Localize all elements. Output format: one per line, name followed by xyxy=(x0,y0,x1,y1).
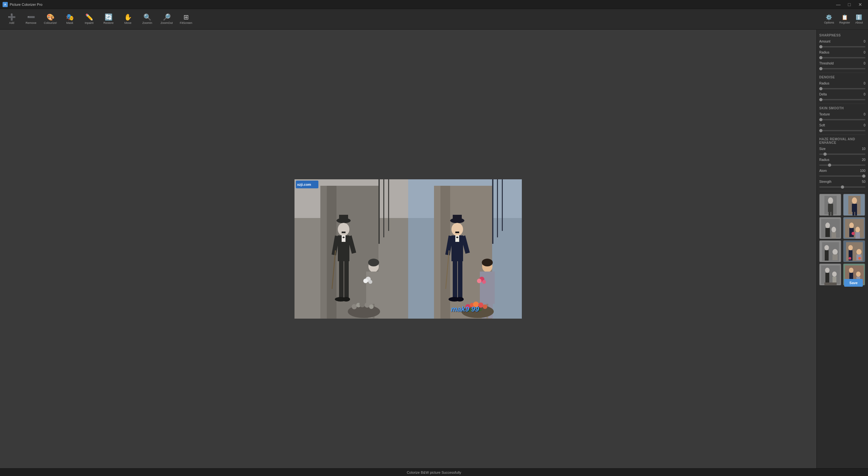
color-photo-svg xyxy=(408,179,522,318)
about-icon: ℹ️ xyxy=(856,14,862,20)
sharpness-radius-value: 0 xyxy=(864,50,865,54)
add-label: Add xyxy=(9,21,14,25)
soft-slider[interactable] xyxy=(819,130,865,131)
svg-point-96 xyxy=(856,227,860,233)
strength-value: 50 xyxy=(862,180,865,183)
svg-rect-4 xyxy=(378,179,380,244)
amount-slider[interactable] xyxy=(819,46,865,47)
svg-rect-104 xyxy=(833,254,838,260)
denoise-radius-slider[interactable] xyxy=(819,88,865,89)
svg-rect-114 xyxy=(821,265,840,284)
fitscreen-tool[interactable]: ⊞ FitScreen xyxy=(177,10,195,28)
colorize-icon: 🎨 xyxy=(46,14,55,20)
svg-point-9 xyxy=(338,223,349,236)
add-tool[interactable]: ➕ Add xyxy=(3,10,21,28)
mask-tool[interactable]: 🎭 Mask xyxy=(61,10,79,28)
svg-point-109 xyxy=(857,249,862,255)
register-icon: 📋 xyxy=(841,14,848,20)
threshold-value: 0 xyxy=(864,62,865,65)
threshold-slider[interactable] xyxy=(819,68,865,69)
svg-point-122 xyxy=(849,268,854,273)
atom-label: Atom xyxy=(819,169,827,173)
add-icon: ➕ xyxy=(8,14,16,20)
about-button[interactable]: ℹ️ About xyxy=(855,14,863,24)
sharpness-header: SHARPNESS xyxy=(819,34,865,37)
size-slider[interactable] xyxy=(819,154,865,155)
sharpness-radius-slider-row: Radius 0 xyxy=(819,50,865,59)
svg-rect-84 xyxy=(852,212,855,216)
svg-point-26 xyxy=(363,279,368,283)
svg-rect-18 xyxy=(344,260,349,299)
svg-rect-10 xyxy=(342,232,345,233)
thumbnail-0[interactable] xyxy=(819,194,841,216)
delta-slider-row: Delta 0 xyxy=(819,93,865,101)
svg-rect-6 xyxy=(388,179,389,231)
denoise-radius-value: 0 xyxy=(864,81,865,85)
threshold-slider-row: Threshold 0 xyxy=(819,62,865,70)
move-label: Move xyxy=(124,21,131,25)
svg-rect-78 xyxy=(829,212,831,216)
texture-label: Texture xyxy=(819,112,830,116)
inpaint-icon: ✏️ xyxy=(85,14,93,20)
fitscreen-label: FitScreen xyxy=(180,21,192,25)
svg-rect-87 xyxy=(821,219,840,238)
options-label: Options xyxy=(824,21,834,24)
soft-slider-row: Soft 0 xyxy=(819,124,865,132)
svg-point-62 xyxy=(482,280,486,284)
delta-label: Delta xyxy=(819,93,827,96)
amount-slider-row: Amount 0 xyxy=(819,40,865,48)
svg-rect-85 xyxy=(855,212,857,216)
inpaint-label: Inpaint xyxy=(85,21,93,25)
haze-header: HAZE REMOVAL AND ENHANCE xyxy=(819,137,865,144)
svg-rect-41 xyxy=(492,179,493,244)
svg-point-90 xyxy=(832,227,836,233)
mask-icon: 🎭 xyxy=(66,14,74,20)
thumbnail-5[interactable] xyxy=(843,240,865,262)
thumbnail-4[interactable] xyxy=(819,240,841,262)
delta-slider[interactable] xyxy=(819,99,865,100)
close-button[interactable]: ✕ xyxy=(855,0,865,9)
sharpness-radius-slider[interactable] xyxy=(819,57,865,58)
move-icon: ✋ xyxy=(124,14,132,20)
move-tool[interactable]: ✋ Move xyxy=(119,10,137,28)
svg-point-76 xyxy=(828,197,833,204)
texture-slider-row: Texture 0 xyxy=(819,112,865,121)
thumbnail-3[interactable] xyxy=(843,217,865,239)
svg-rect-43 xyxy=(502,179,503,231)
atom-slider[interactable] xyxy=(819,175,865,177)
window-controls: — □ ✕ xyxy=(833,0,865,9)
svg-rect-23 xyxy=(366,272,381,304)
save-button[interactable]: Save xyxy=(844,279,863,287)
register-button[interactable]: 📋 Register xyxy=(839,14,850,24)
color-image-panel: mak9 99 xyxy=(408,179,522,318)
haze-radius-slider[interactable] xyxy=(819,165,865,166)
colorize-tool[interactable]: 🎨 Colourize! xyxy=(41,10,59,28)
svg-rect-47 xyxy=(455,232,459,233)
maximize-button[interactable]: □ xyxy=(844,0,855,9)
thumbnail-6[interactable] xyxy=(819,264,841,285)
bw-image-panel: xzji.com mak9 99 xyxy=(294,179,408,318)
svg-text:xzji.com: xzji.com xyxy=(297,182,311,186)
svg-point-107 xyxy=(848,245,853,250)
zoomout-tool[interactable]: 🔎 ZoomOut xyxy=(158,10,176,28)
texture-slider[interactable] xyxy=(819,119,865,120)
thumbnail-1[interactable] xyxy=(843,194,865,216)
remove-tool[interactable]: ➖ Remove xyxy=(22,10,40,28)
svg-point-103 xyxy=(833,249,838,255)
minimize-button[interactable]: — xyxy=(833,0,843,9)
atom-slider-row: Atom 100 xyxy=(819,169,865,177)
inpaint-tool[interactable]: ✏️ Inpaint xyxy=(80,10,98,28)
svg-point-32 xyxy=(360,302,365,307)
canvas-area: xzji.com mak9 99 xyxy=(0,30,816,468)
svg-point-98 xyxy=(851,232,855,235)
restore-tool[interactable]: 🔄 Restore xyxy=(99,10,118,28)
svg-point-22 xyxy=(368,259,379,266)
svg-rect-116 xyxy=(826,273,829,282)
zoomin-tool[interactable]: 🔍 ZoomIn xyxy=(138,10,156,28)
denoise-radius-label: Radius xyxy=(819,81,829,85)
options-button[interactable]: ⚙️ Options xyxy=(824,14,834,24)
strength-slider[interactable] xyxy=(819,186,865,188)
size-label: Size xyxy=(819,147,826,150)
thumbnail-2[interactable] xyxy=(819,217,841,239)
options-icon: ⚙️ xyxy=(826,14,832,20)
